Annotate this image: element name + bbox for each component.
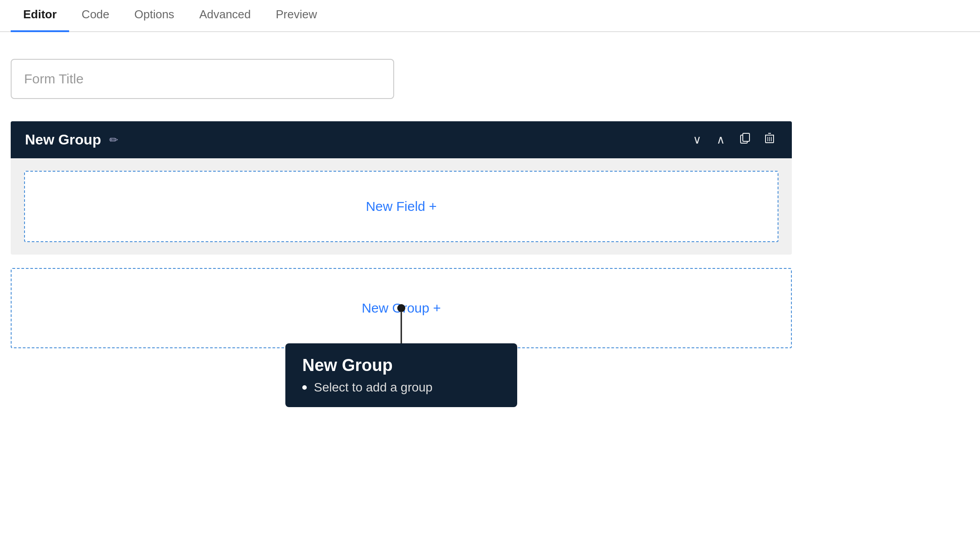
tab-editor[interactable]: Editor (11, 0, 69, 32)
tooltip-wrapper: New Group Select to add a group (397, 304, 405, 312)
chevron-down-button[interactable]: ∨ (689, 131, 705, 148)
tooltip-bullet-dot (302, 385, 307, 390)
new-group-area[interactable]: New Group + New Group Select to add a gr… (11, 268, 792, 348)
form-title-input[interactable] (11, 59, 394, 99)
tab-advanced[interactable]: Advanced (187, 0, 264, 32)
tooltip-title: New Group (302, 356, 500, 375)
tooltip-dot (397, 304, 405, 312)
copy-button[interactable] (737, 131, 754, 148)
tooltip-bullet-text: Select to add a group (314, 380, 432, 395)
tab-code[interactable]: Code (69, 0, 122, 32)
svg-rect-1 (743, 133, 749, 141)
new-field-label: New Field + (366, 199, 436, 214)
main-content: New Group ✏ ∨ ∧ (0, 32, 803, 379)
group-header: New Group ✏ ∨ ∧ (11, 121, 792, 158)
edit-icon[interactable]: ✏ (109, 134, 118, 146)
copy-icon (740, 133, 750, 144)
tooltip-box: New Group Select to add a group (285, 343, 517, 407)
group-body: New Field + (11, 158, 792, 255)
group-container: New Group ✏ ∨ ∧ (11, 121, 792, 255)
tooltip-bullet: Select to add a group (302, 380, 500, 395)
chevron-up-button[interactable]: ∧ (713, 131, 729, 148)
tab-preview[interactable]: Preview (264, 0, 329, 32)
trash-icon (765, 133, 774, 144)
delete-button[interactable] (762, 131, 778, 148)
tab-options[interactable]: Options (122, 0, 187, 32)
group-header-left: New Group ✏ (25, 132, 118, 148)
tooltip-line (401, 312, 402, 343)
tab-bar: Editor Code Options Advanced Preview (0, 0, 980, 32)
group-header-right: ∨ ∧ (689, 131, 778, 148)
group-title: New Group (25, 132, 101, 148)
new-field-area[interactable]: New Field + (24, 171, 778, 242)
